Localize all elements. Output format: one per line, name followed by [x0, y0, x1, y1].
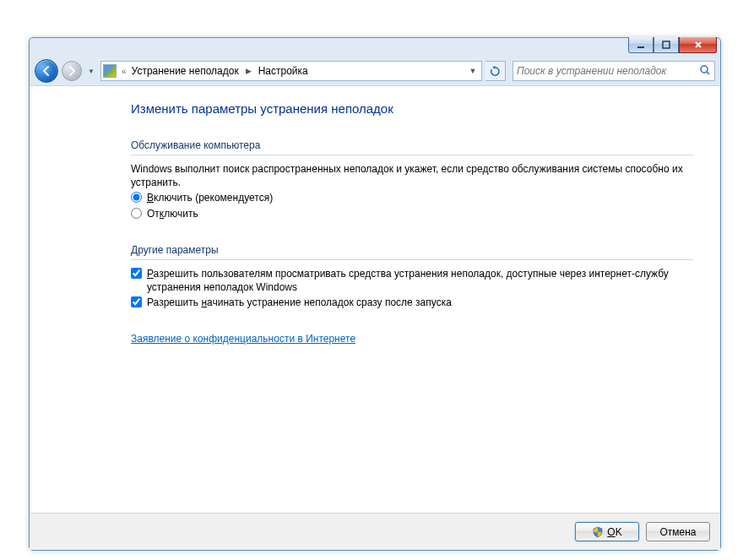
radio-enable[interactable]: Включить (рекомендуется) [131, 191, 693, 204]
nav-forward-button[interactable] [62, 61, 82, 81]
maintenance-description: Windows выполнит поиск распространенных … [131, 162, 693, 189]
check-allow-online-label: Разрешить пользователям просматривать ср… [147, 267, 693, 294]
check-allow-immediate[interactable]: Разрешить начинать устранение неполадок … [131, 296, 693, 309]
page-title: Изменить параметры устранения неполадок [131, 101, 693, 116]
footer-bar: OK Отмена [30, 513, 720, 550]
breadcrumb-settings[interactable]: Настройка [258, 65, 308, 77]
close-button[interactable] [679, 37, 717, 53]
check-allow-online-input[interactable] [131, 268, 142, 279]
section-other-header: Другие параметры [131, 244, 693, 260]
nav-history-dropdown[interactable]: ▼ [85, 63, 97, 79]
window-controls [628, 37, 717, 53]
navigation-bar: ▼ « Устранение неполадок ▶ Настройка ▼ [30, 57, 720, 85]
check-allow-immediate-label: Разрешить начинать устранение неполадок … [147, 296, 452, 309]
troubleshoot-settings-window: ▼ « Устранение неполадок ▶ Настройка ▼ И… [29, 37, 721, 551]
control-panel-icon [103, 64, 117, 78]
nav-back-button[interactable] [35, 59, 58, 83]
radio-enable-input[interactable] [131, 192, 142, 203]
svg-rect-1 [663, 41, 670, 48]
minimize-button[interactable] [628, 37, 654, 53]
address-bar[interactable]: « Устранение неполадок ▶ Настройка ▼ [100, 61, 482, 81]
refresh-button[interactable] [485, 61, 506, 81]
radio-disable-input[interactable] [131, 208, 142, 219]
check-allow-online[interactable]: Разрешить пользователям просматривать ср… [131, 267, 693, 294]
breadcrumb-troubleshoot[interactable]: Устранение неполадок [132, 65, 239, 77]
search-icon [699, 64, 711, 79]
search-input[interactable] [517, 65, 699, 77]
cancel-button-label: Отмена [659, 526, 696, 538]
uac-shield-icon [592, 526, 604, 538]
address-dropdown-icon[interactable]: ▼ [466, 67, 480, 75]
section-maintenance-header: Обслуживание компьютера [131, 139, 693, 155]
privacy-statement-link[interactable]: Заявление о конфиденциальности в Интерне… [131, 333, 355, 345]
cancel-button[interactable]: Отмена [646, 522, 710, 541]
svg-rect-0 [637, 46, 644, 48]
radio-disable-label: Отключить [147, 207, 198, 220]
breadcrumb-arrow-icon[interactable]: ▶ [242, 67, 255, 75]
ok-button[interactable]: OK [575, 522, 639, 541]
section-maintenance-body: Windows выполнит поиск распространенных … [131, 162, 693, 220]
section-other-body: Разрешить пользователям просматривать ср… [131, 267, 693, 310]
maximize-button[interactable] [654, 37, 679, 53]
content-area: Изменить параметры устранения неполадок … [30, 85, 720, 513]
search-box[interactable] [513, 61, 715, 81]
section-maintenance: Обслуживание компьютера Windows выполнит… [131, 139, 693, 220]
svg-point-2 [701, 66, 708, 73]
radio-enable-label: Включить (рекомендуется) [147, 191, 273, 204]
ok-button-label: OK [607, 526, 621, 538]
section-other: Другие параметры Разрешить пользователям… [131, 244, 693, 310]
radio-disable[interactable]: Отключить [131, 207, 693, 220]
breadcrumb-prefix: « [120, 67, 128, 76]
check-allow-immediate-input[interactable] [131, 296, 142, 307]
